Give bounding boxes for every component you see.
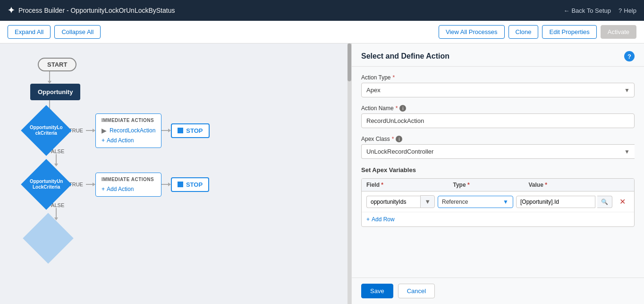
immediate-actions-2: IMMEDIATE ACTIONS + Add Action xyxy=(95,173,161,197)
apex-class-label: Apex Class * i xyxy=(361,136,635,142)
field-cell: ▼ xyxy=(366,195,435,208)
apex-class-group: Apex Class * i UnLockRecordController ▼ xyxy=(361,136,635,159)
value-search-btn[interactable]: 🔍 xyxy=(597,196,612,208)
action-type-group: Action Type * Apex Create a Record Updat… xyxy=(361,74,635,97)
panel-help-button[interactable]: ? xyxy=(624,51,635,61)
add-action-btn-2[interactable]: + Add Action xyxy=(102,186,155,192)
view-all-processes-button[interactable]: View All Processes xyxy=(439,25,505,39)
bottom-diamond-placeholder xyxy=(30,220,66,256)
criteria2-text: OpportunityUn LockCriteria xyxy=(29,178,64,191)
page-title: Process Builder - OpportunityLockOrUnLoc… xyxy=(18,7,175,14)
collapse-all-button[interactable]: Collapse All xyxy=(54,25,101,39)
app-logo: ✦ xyxy=(8,5,15,16)
top-nav: ✦ Process Builder - OpportunityLockOrUnL… xyxy=(0,0,644,21)
panel-header: Select and Define Action ? xyxy=(352,43,644,67)
apex-class-required: * xyxy=(392,136,394,142)
criteria1-diamond[interactable]: OpportunityLo ckCriteria xyxy=(21,105,71,156)
bottom-diamond[interactable] xyxy=(23,213,73,263)
action-name-group: Action Name * i xyxy=(361,105,635,128)
action-name-input[interactable] xyxy=(361,113,635,128)
record-lock-action[interactable]: ▶ RecordLockAction xyxy=(102,127,155,134)
h-line-3 xyxy=(86,184,93,185)
action-type-select-wrapper: Apex Create a Record Update Records Emai… xyxy=(361,83,635,97)
panel-body: Action Type * Apex Create a Record Updat… xyxy=(352,67,644,242)
save-button[interactable]: Save xyxy=(361,284,393,298)
stop-node-2[interactable]: STOP xyxy=(171,177,209,192)
expand-all-button[interactable]: Expand All xyxy=(8,25,51,39)
panel-title: Select and Define Action xyxy=(361,52,449,61)
h-line-1 xyxy=(86,130,93,131)
immediate-actions-title-2: IMMEDIATE ACTIONS xyxy=(102,177,155,182)
canvas-scroll[interactable]: START Opportunity xyxy=(0,43,351,304)
col-value-header: Value * xyxy=(529,182,616,188)
apex-variables-group: Set Apex Variables Field * Type * xyxy=(361,166,635,227)
stop-square-2 xyxy=(178,182,183,187)
clone-button[interactable]: Clone xyxy=(508,25,539,39)
col-action-header xyxy=(615,182,629,188)
apex-class-wrapper: UnLockRecordController ▼ xyxy=(361,144,635,159)
activate-button[interactable]: Activate xyxy=(601,25,636,39)
connector-3 xyxy=(56,154,57,164)
type-cell: Reference String Boolean Integer ▼ xyxy=(438,196,513,208)
toolbar: Expand All Collapse All View All Process… xyxy=(0,21,644,43)
stop-connector-2 xyxy=(161,182,171,186)
plus-icon-2: + xyxy=(102,186,105,192)
plus-icon-1: + xyxy=(102,137,105,144)
toolbar-right: View All Processes Clone Edit Properties… xyxy=(439,25,636,39)
set-apex-vars-title: Set Apex Variables xyxy=(361,166,635,174)
action-name-required: * xyxy=(396,105,398,112)
field-input[interactable] xyxy=(366,196,420,208)
top-nav-right: ← Back To Setup ? Help xyxy=(563,7,636,14)
apex-class-info-icon[interactable]: i xyxy=(396,136,402,142)
criteria2-row: OpportunityUn LockCriteria TRUE IMMEDIAT xyxy=(28,166,209,202)
opportunity-node[interactable]: Opportunity xyxy=(30,84,80,100)
toolbar-left: Expand All Collapse All xyxy=(8,25,101,39)
plus-icon-add-row: + xyxy=(366,216,370,223)
help-icon: ? xyxy=(619,7,622,14)
variables-table: Field * Type * Value * xyxy=(361,178,635,227)
main-container: START Opportunity xyxy=(0,43,644,304)
start-node: START xyxy=(38,58,76,71)
flow-container: START Opportunity xyxy=(14,53,337,261)
back-arrow-icon: ← xyxy=(563,7,569,14)
scrollbar-thumb[interactable] xyxy=(347,43,351,81)
immediate-actions-title-1: IMMEDIATE ACTIONS xyxy=(102,118,155,123)
action-icon-1: ▶ xyxy=(102,127,107,134)
field-lookup-btn[interactable]: ▼ xyxy=(420,195,435,208)
help-link[interactable]: ? Help xyxy=(619,7,636,14)
type-select[interactable]: Reference String Boolean Integer xyxy=(438,196,513,208)
table-row: ▼ Reference String Boolean Integer ▼ xyxy=(362,191,634,212)
stop-connector-1 xyxy=(161,129,171,132)
panel-footer: Save Cancel xyxy=(352,278,644,304)
criteria2-diamond-wrapper: OpportunityUn LockCriteria xyxy=(28,166,64,202)
canvas: START Opportunity xyxy=(0,43,351,304)
action-name-label: Action Name * i xyxy=(361,105,635,112)
action-type-label: Action Type * xyxy=(361,74,635,81)
criteria2-diamond[interactable]: OpportunityUn LockCriteria xyxy=(21,159,71,209)
immediate-actions-1: IMMEDIATE ACTIONS ▶ RecordLockAction + A… xyxy=(95,113,161,148)
start-node-wrapper: START xyxy=(38,58,76,71)
h-line-4 xyxy=(161,184,168,185)
action-type-select[interactable]: Apex Create a Record Update Records Emai… xyxy=(361,83,635,97)
add-row-btn[interactable]: + Add Row xyxy=(362,212,634,226)
criteria1-row: OpportunityLo ckCriteria TRUE IMMEDIATE xyxy=(28,113,210,148)
top-nav-left: ✦ Process Builder - OpportunityLockOrUnL… xyxy=(8,5,175,16)
back-to-setup-link[interactable]: ← Back To Setup xyxy=(563,7,611,14)
h-line-2 xyxy=(161,130,168,131)
col-type-header: Type * xyxy=(453,182,529,188)
add-action-btn-1[interactable]: + Add Action xyxy=(102,137,155,144)
delete-row-btn[interactable]: ✕ xyxy=(615,197,629,206)
value-cell: 🔍 xyxy=(516,196,612,208)
scrollbar-track xyxy=(347,43,351,304)
opportunity-node-wrapper: Opportunity xyxy=(30,84,80,100)
col-field-header: Field * xyxy=(366,182,453,188)
stop-node-1[interactable]: STOP xyxy=(171,123,209,138)
apex-class-select[interactable]: UnLockRecordController xyxy=(361,144,635,159)
action-type-required: * xyxy=(392,74,395,81)
value-input[interactable] xyxy=(516,196,595,208)
connector-1 xyxy=(49,71,50,81)
edit-properties-button[interactable]: Edit Properties xyxy=(542,25,596,39)
cancel-button[interactable]: Cancel xyxy=(398,284,435,298)
action-name-info-icon[interactable]: i xyxy=(399,105,406,112)
stop-square-1 xyxy=(178,128,183,133)
